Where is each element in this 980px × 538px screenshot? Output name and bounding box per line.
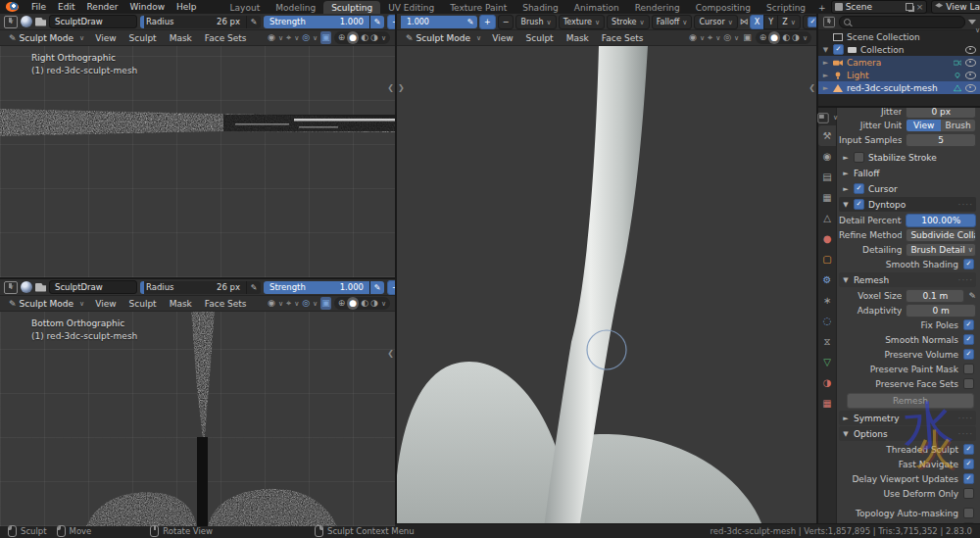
input-samples-field[interactable]: 5 <box>906 133 976 147</box>
rendered-shading-icon[interactable]: ◑ <box>370 31 386 45</box>
delay-viewport-updates-checkbox[interactable] <box>963 473 974 484</box>
tab-shading[interactable]: Shading <box>514 1 566 14</box>
properties-editor-type-icon[interactable] <box>818 110 836 125</box>
topology-auto-masking-checkbox[interactable] <box>963 508 974 518</box>
face-sets-menu[interactable]: Face Sets <box>596 33 650 43</box>
unlink-scene-icon[interactable]: × <box>916 3 924 12</box>
radius-pressure-icon[interactable]: ✎ <box>246 16 261 28</box>
add-brush-button[interactable]: + <box>479 15 496 29</box>
threaded-sculpt-checkbox[interactable] <box>963 444 974 455</box>
solid-shading-icon[interactable]: ● <box>768 31 780 44</box>
cursor-dropdown[interactable]: Cursor <box>694 15 737 29</box>
collection-checkbox[interactable] <box>833 44 844 55</box>
jitter-unit-brush[interactable]: Brush <box>941 120 975 131</box>
eye-icon[interactable] <box>965 46 976 54</box>
detail-percentage-slider[interactable]: 100.00% <box>906 214 976 227</box>
detailing-dropdown[interactable]: Brush Detail <box>906 243 976 257</box>
visibility-icon[interactable]: ◉ <box>268 297 283 311</box>
gizmo-icon[interactable]: ⌖ <box>708 31 720 45</box>
tab-rendering[interactable]: Rendering <box>627 1 688 14</box>
tab-modeling[interactable]: Modeling <box>268 1 323 14</box>
mask-menu[interactable]: Mask <box>164 33 198 43</box>
view-layer-selector[interactable]: View Layer × <box>931 0 980 14</box>
strength-pressure-icon[interactable]: ✎ <box>369 16 384 28</box>
area-resize-arrow[interactable]: ❮ <box>387 349 394 358</box>
outliner-row-light[interactable]: ► Light <box>818 69 980 81</box>
editor-type-icon[interactable] <box>4 16 18 28</box>
remesh-button[interactable]: Remesh <box>847 393 974 409</box>
texture-dropdown[interactable]: Texture <box>559 15 605 29</box>
wireframe-shading-icon[interactable]: ⊕ <box>338 297 346 310</box>
gizmo-icon[interactable]: ⌖ <box>286 31 299 45</box>
falloff-panel[interactable]: ►Falloff <box>839 166 976 180</box>
menu-edit[interactable]: Edit <box>52 2 80 12</box>
refine-method-dropdown[interactable]: Subdivide Collapse <box>906 228 976 242</box>
tab-uv-editing[interactable]: UV Editing <box>380 1 442 14</box>
browse-brush-icon[interactable] <box>35 283 46 292</box>
smooth-shading-checkbox[interactable] <box>963 259 974 269</box>
adaptivity-field[interactable]: 0 m <box>906 304 976 318</box>
viewport-main-3d[interactable]: ❯ ❮ <box>397 46 816 523</box>
falloff-dropdown[interactable]: Falloff <box>652 15 693 29</box>
tab-tool-icon[interactable]: ⚒ <box>818 125 836 146</box>
viewport-right-ortho[interactable]: Right Orthographic (1) red-3dc-sculpt-me… <box>0 46 395 277</box>
menu-window[interactable]: Window <box>124 2 172 12</box>
fix-poles-checkbox[interactable] <box>963 319 974 330</box>
tab-view-layer-icon[interactable]: ▦ <box>818 187 836 208</box>
outliner-editor-type-icon[interactable] <box>823 16 835 26</box>
preserve-paint-mask-checkbox[interactable] <box>963 364 974 374</box>
tab-object-icon[interactable]: ▢ <box>818 249 836 269</box>
preserve-face-sets-checkbox[interactable] <box>963 378 974 389</box>
tab-world-icon[interactable]: ● <box>818 228 836 249</box>
mirror-z-button[interactable]: Z <box>777 15 801 29</box>
brush-name-field[interactable]: SculptDraw <box>49 15 137 28</box>
tab-scene-icon[interactable]: △ <box>818 208 836 228</box>
outliner-search-input[interactable] <box>839 16 965 28</box>
overlays-icon[interactable]: ◎ <box>302 31 318 45</box>
filter-icon[interactable] <box>968 20 976 24</box>
view-menu[interactable]: View <box>486 33 518 43</box>
sculpt-menu[interactable]: Sculpt <box>520 33 560 43</box>
dyntopo-panel-header[interactable]: ▼ Dyntopo···· <box>839 197 976 212</box>
tab-modifiers-icon[interactable]: ⚙ <box>818 269 836 290</box>
menu-help[interactable]: Help <box>171 2 203 12</box>
wireframe-shading-icon[interactable]: ⊕ <box>760 31 767 44</box>
outliner-row-mesh[interactable]: ► red-3dc-sculpt-mesh <box>818 81 980 94</box>
rendered-shading-icon[interactable]: ◑ <box>370 297 386 311</box>
outliner-row-scene-collection[interactable]: Scene Collection <box>818 30 980 43</box>
radius-pressure-icon[interactable]: ✎ <box>246 281 261 294</box>
menu-render[interactable]: Render <box>81 2 124 12</box>
strength-slider[interactable]: Strength 1.000 <box>264 281 369 294</box>
mode-selector[interactable]: ✎ Sculpt Mode <box>402 33 485 43</box>
eye-icon[interactable] <box>965 72 976 79</box>
wireframe-shading-icon[interactable]: ⊕ <box>338 31 346 44</box>
strength-slider[interactable]: 1.000 <box>401 16 464 28</box>
brush-preview-icon[interactable] <box>21 281 32 293</box>
solid-shading-icon[interactable]: ● <box>347 31 359 44</box>
jitter-field[interactable]: 0 px <box>906 108 976 118</box>
preserve-volume-checkbox[interactable] <box>963 349 974 360</box>
mask-menu[interactable]: Mask <box>164 299 198 309</box>
stabilize-stroke-panel[interactable]: ► Stabilize Stroke <box>839 150 976 165</box>
material-shading-icon[interactable]: ◐ <box>361 297 368 310</box>
rendered-shading-icon[interactable]: ◑ <box>792 31 808 45</box>
tab-constraints-icon[interactable]: ⧖ <box>818 331 836 352</box>
tab-object-data-icon[interactable]: ▽ <box>818 352 836 372</box>
face-sets-menu[interactable]: Face Sets <box>199 299 253 309</box>
stabilize-stroke-checkbox[interactable] <box>854 152 864 163</box>
strength-pressure-icon[interactable]: ✎ <box>463 16 477 28</box>
tab-compositing[interactable]: Compositing <box>688 1 759 14</box>
smooth-normals-checkbox[interactable] <box>963 334 974 345</box>
tab-scripting[interactable]: Scripting <box>759 1 813 14</box>
tab-particles-icon[interactable]: ∗ <box>818 290 836 311</box>
xray-toggle-icon[interactable]: ▣ <box>742 31 753 44</box>
stroke-dropdown[interactable]: Stroke <box>607 15 650 29</box>
remesh-panel-header[interactable]: ▼Remesh···· <box>839 272 976 287</box>
material-shading-icon[interactable]: ◐ <box>782 31 790 44</box>
view-menu[interactable]: View <box>89 299 122 309</box>
eye-icon[interactable] <box>965 59 976 67</box>
strength-pressure-icon[interactable]: ✎ <box>369 281 384 294</box>
visibility-icon[interactable]: ◉ <box>689 31 705 45</box>
voxel-size-field[interactable]: 0.1 m <box>906 289 964 303</box>
jitter-unit-view[interactable]: View <box>906 120 941 131</box>
